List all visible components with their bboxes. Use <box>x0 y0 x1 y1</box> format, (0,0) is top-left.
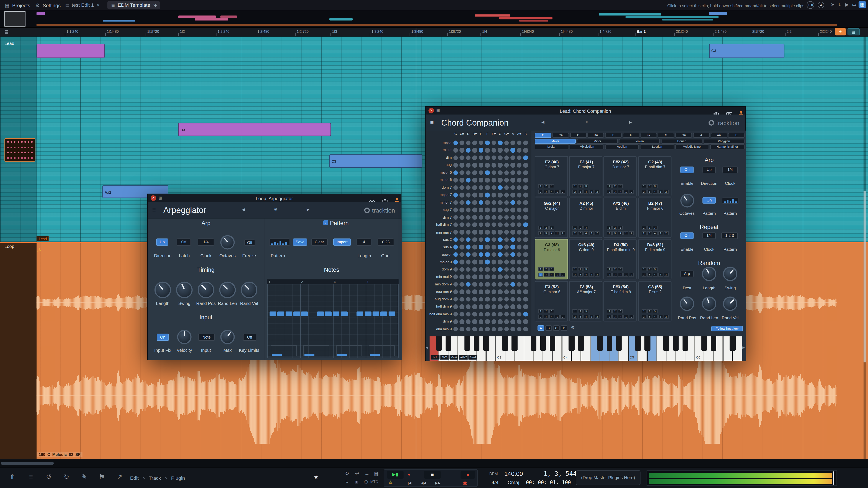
user-icon[interactable] <box>739 108 744 113</box>
clear-button[interactable]: Clear <box>311 238 328 246</box>
pad-inversion-box[interactable]: 3 <box>647 315 652 318</box>
chord-grid-cell[interactable] <box>485 290 490 294</box>
pad-octave-box[interactable]: 1 <box>607 267 612 271</box>
pad-octave-box[interactable]: 1 <box>642 226 646 230</box>
chord-grid-cell[interactable] <box>472 193 477 197</box>
pad-inversion-box[interactable]: 2 <box>663 273 669 277</box>
chord-grid-cell[interactable] <box>510 148 516 153</box>
chord-grid-cell[interactable] <box>460 170 464 175</box>
record-secondary-icon[interactable]: ◉ <box>463 480 471 487</box>
root-note-Ds[interactable]: D# <box>587 133 604 138</box>
note-cell[interactable] <box>301 312 308 316</box>
cpu-badge[interactable]: 100 <box>807 1 814 9</box>
pad-octave-box[interactable]: 1 <box>642 309 646 313</box>
pad-octave-box[interactable]: 1 <box>538 267 543 271</box>
chord-grid-cell[interactable] <box>485 193 490 197</box>
scale-minor[interactable]: Minor <box>577 139 618 143</box>
note-cell[interactable] <box>317 312 324 316</box>
pad-octave-box[interactable]: 2 <box>578 309 583 313</box>
tools-icon[interactable]: ✎ <box>80 473 89 482</box>
import-icon[interactable]: ⇑ <box>8 473 17 482</box>
chord-grid-cell[interactable] <box>466 319 471 324</box>
chord-grid-cell[interactable] <box>523 207 528 212</box>
pad-inversion-box[interactable]: 2 <box>572 315 578 318</box>
piano-black-key[interactable] <box>711 336 716 351</box>
pad-inversion-box[interactable]: 2 <box>560 190 565 194</box>
chord-grid-cell[interactable] <box>466 274 471 279</box>
bpm-value[interactable]: 140.00 <box>504 470 523 477</box>
max-knob[interactable] <box>220 330 235 344</box>
pad-octave-box[interactable]: 1 <box>538 226 543 230</box>
download-icon[interactable]: ⇓ <box>837 2 843 9</box>
goto-end-icon[interactable]: → <box>363 471 371 478</box>
nudge-icon[interactable]: ⇅ <box>342 480 351 485</box>
chord-grid-cell[interactable] <box>460 193 464 197</box>
piano-black-key[interactable] <box>597 336 603 351</box>
pad-inversion-box[interactable]: 2 <box>560 315 565 318</box>
pad-inversion-box[interactable]: 2 <box>595 315 599 318</box>
chord-grid-cell[interactable] <box>492 260 496 264</box>
chord-grid-cell[interactable] <box>453 207 458 212</box>
menu-icon[interactable]: ≡ <box>27 473 35 482</box>
prev-preset-icon[interactable]: ◀ <box>541 120 547 126</box>
chord-grid-cell[interactable] <box>523 170 528 175</box>
pad-octave-box[interactable]: 3 <box>653 184 657 188</box>
chord-grid-cell[interactable] <box>498 170 503 175</box>
preset-menu-icon[interactable]: ✳ <box>585 120 591 126</box>
chord-grid-cell[interactable] <box>472 148 477 153</box>
midi-monitor-icon[interactable]: ▦ <box>373 471 380 478</box>
new-tab-button[interactable]: + <box>154 2 157 8</box>
bank-b-button[interactable]: B <box>545 325 552 331</box>
pad-octave-box[interactable]: 2 <box>578 267 583 271</box>
pad-inversion-box[interactable]: 3 <box>578 273 583 277</box>
tab-test-edit-1[interactable]: ▤test Edit 1× <box>65 1 100 9</box>
app-icon[interactable]: ▦ <box>859 1 866 8</box>
chord-grid-cell[interactable] <box>523 267 528 272</box>
pad-inversion-box[interactable]: 4 <box>653 273 657 277</box>
pad-inversion-box[interactable]: 3 <box>578 190 583 194</box>
chord-grid-cell[interactable] <box>523 327 528 331</box>
pad-inversion-box[interactable]: 2 <box>538 315 543 318</box>
chord-grid-cell[interactable] <box>492 148 496 153</box>
chord-grid-cell[interactable] <box>504 177 509 183</box>
pad-octave-box[interactable]: 1 <box>538 309 543 313</box>
scale-melodic-minor[interactable]: Melodic Minor <box>675 144 709 149</box>
chord-grid-cell[interactable] <box>504 274 509 279</box>
add-button[interactable]: + <box>835 28 846 35</box>
pad-inversion-box[interactable]: 2 <box>629 273 634 277</box>
pad-inversion-box[interactable]: 3 <box>544 315 549 318</box>
chord-grid-cell[interactable] <box>485 312 490 317</box>
chord-grid-cell[interactable] <box>466 207 471 212</box>
chord-grid-cell[interactable] <box>492 274 496 279</box>
note-cell[interactable] <box>285 312 292 316</box>
pad-inversion-box[interactable]: 3 <box>612 231 617 235</box>
chord-grid-cell[interactable] <box>485 140 490 145</box>
octaves-knob[interactable] <box>220 235 235 250</box>
pad-inversion-box[interactable]: 4 <box>618 190 623 194</box>
timeline-ruler[interactable]: ▤ + ▦ 1|1|2401|1|4801|1|7201|21|2|2401|2… <box>0 28 868 37</box>
chord-grid-cell[interactable] <box>466 290 471 294</box>
note-cell[interactable] <box>278 312 284 316</box>
piano-black-key[interactable] <box>502 336 508 351</box>
notes-grid[interactable]: 1234 <box>267 279 398 357</box>
chord-grid-cell[interactable] <box>460 200 464 205</box>
next-preset-icon[interactable]: ▶ <box>307 207 312 213</box>
pad-inversion-box[interactable]: 3 <box>612 273 617 277</box>
pad-inversion-box[interactable]: 1 <box>589 273 594 277</box>
chord-grid-cell[interactable] <box>510 155 516 160</box>
chord-grid-cell[interactable] <box>460 290 464 294</box>
chord-grid-cell[interactable] <box>510 290 516 294</box>
chord-pad-Fs2[interactable]: F#2 (42)D minor 712323412 <box>604 156 637 196</box>
warning-icon[interactable]: ⚠ <box>37 247 42 253</box>
chord-grid-cell[interactable] <box>498 319 503 324</box>
velocity-box[interactable] <box>271 345 297 356</box>
piano-black-key[interactable] <box>474 336 480 351</box>
sidebar-random-dest-button[interactable]: Arp <box>680 270 693 277</box>
chord-grid-cell[interactable] <box>472 245 477 250</box>
chord-pad-E2[interactable]: E2 (40)C dom 712323412 <box>535 156 568 196</box>
pad-octave-box[interactable]: 2 <box>647 226 652 230</box>
play-button[interactable]: ▶▮ <box>387 471 404 479</box>
sidebar-repeat-enable[interactable]: On <box>680 232 693 239</box>
pad-inversion-box[interactable]: 2 <box>595 190 599 194</box>
pad-octave-box[interactable]: 1 <box>642 267 646 271</box>
